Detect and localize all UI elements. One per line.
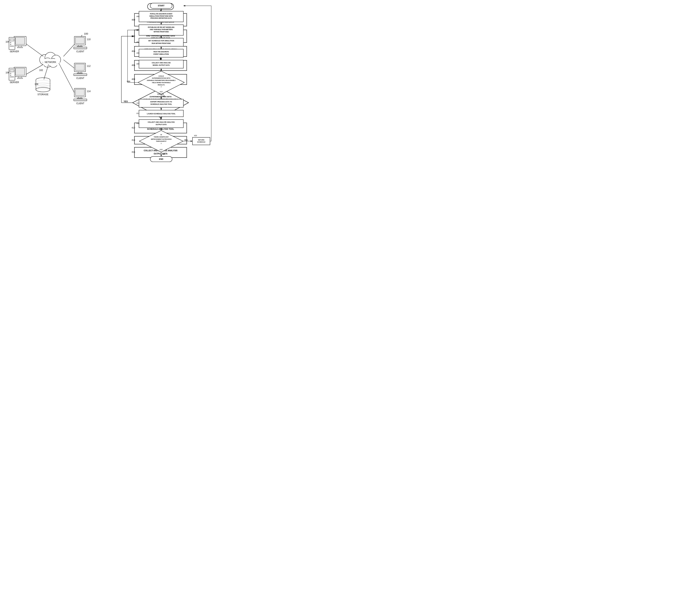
svg-text:START: START <box>158 4 165 7</box>
svg-text:AND VARIABLE PARAMETERS: AND VARIABLE PARAMETERS <box>150 29 173 31</box>
svg-text:SCHEDULE ANALYSIS TOOL: SCHEDULE ANALYSIS TOOL <box>151 103 172 105</box>
svg-point-25 <box>36 87 50 92</box>
svg-text:412: 412 <box>137 102 139 104</box>
svg-text:WITHIN FRONT-END: WITHIN FRONT-END <box>154 31 169 33</box>
svg-text:YIELD MORE FAVORABLE: YIELD MORE FAVORABLE <box>152 82 170 83</box>
svg-text:PROCESS DEFINITION DATA: PROCESS DEFINITION DATA <box>151 17 172 19</box>
svg-text:?: ? <box>161 143 162 144</box>
svg-text:?: ? <box>161 86 162 88</box>
svg-point-19 <box>10 75 11 76</box>
svg-rect-5 <box>19 46 21 47</box>
svg-text:COLLECT AND ANALYZE: COLLECT AND ANALYZE <box>152 62 171 64</box>
svg-text:RUN WITHIN FRONT-END: RUN WITHIN FRONT-END <box>152 42 171 44</box>
svg-line-56 <box>64 44 74 56</box>
network-label: NETWORK <box>45 61 56 64</box>
svg-line-58 <box>59 63 74 92</box>
svg-rect-49 <box>75 89 84 95</box>
svg-point-10 <box>10 44 11 45</box>
flowchart: START POPULATE DISCRETE EVENT SIMULATION… <box>107 2 222 166</box>
ref-114: 114 <box>87 90 90 92</box>
svg-rect-14 <box>19 77 21 78</box>
svg-rect-39 <box>77 46 82 47</box>
svg-rect-20 <box>10 77 14 77</box>
svg-text:VARIABLE PARAMETERS REASONABLY: VARIABLE PARAMETERS REASONABLY <box>147 80 176 81</box>
svg-text:EXPORT PROCESS DATA TO: EXPORT PROCESS DATA TO <box>150 101 172 103</box>
svg-rect-38 <box>78 45 81 46</box>
svg-rect-47 <box>74 74 86 75</box>
svg-text:IS: IS <box>160 134 162 135</box>
svg-text:COLLECT AND ANALYZE ANALYSIS: COLLECT AND ANALYZE ANALYSIS <box>148 121 175 123</box>
svg-rect-4 <box>15 37 25 44</box>
ref-108: 108 <box>35 83 38 85</box>
svg-text:IMPROVEMENT IN PROCESS: IMPROVEMENT IN PROCESS <box>151 139 171 140</box>
network-svg: 100 SERVER 104 <box>4 15 105 146</box>
svg-text:NO: NO <box>162 95 165 97</box>
svg-rect-6 <box>17 47 23 48</box>
svg-text:EVENT SIMULATION: EVENT SIMULATION <box>153 53 169 55</box>
network-diagram: 100 SERVER 104 <box>4 15 105 146</box>
svg-rect-43 <box>75 64 84 70</box>
server-label-2: SERVER <box>10 81 19 84</box>
client-label-3: CLIENT <box>76 102 84 105</box>
svg-rect-8 <box>10 39 14 41</box>
svg-rect-13 <box>15 68 25 75</box>
svg-rect-50 <box>78 97 81 98</box>
ref-102: 102 <box>39 69 43 72</box>
svg-text:100: 100 <box>84 32 88 35</box>
client-label-2: CLIENT <box>76 77 84 80</box>
svg-rect-44 <box>78 72 81 73</box>
svg-text:416: 416 <box>137 122 139 124</box>
svg-text:RUN THE DISCRETE: RUN THE DISCRETE <box>153 51 169 53</box>
svg-text:400: 400 <box>137 15 139 17</box>
svg-text:404: 404 <box>137 41 139 43</box>
svg-text:RESULTS: RESULTS <box>158 84 165 86</box>
svg-text:YES: YES <box>184 139 188 141</box>
svg-text:406: 406 <box>137 52 139 54</box>
page: 100 SERVER 104 <box>0 0 224 168</box>
svg-text:YES: YES <box>127 80 130 82</box>
svg-text:SCHEDULE: SCHEDULE <box>197 141 205 143</box>
svg-line-57 <box>64 60 74 68</box>
svg-text:ESTABLISH OR RE-SET MODELING: ESTABLISH OR RE-SET MODELING <box>148 26 174 28</box>
svg-text:THERE SIGNIFICANT: THERE SIGNIFICANT <box>154 136 168 138</box>
ref-104: 104 <box>6 41 9 43</box>
svg-rect-17 <box>10 70 14 72</box>
svg-rect-11 <box>10 46 14 46</box>
svg-text:408: 408 <box>137 63 139 65</box>
ref-112: 112 <box>87 65 90 68</box>
svg-point-9 <box>10 42 11 43</box>
svg-rect-45 <box>77 73 82 73</box>
svg-text:420: 420 <box>194 134 197 136</box>
svg-text:SET SCHEDULE FOR SIMULATION: SET SCHEDULE FOR SIMULATION <box>148 40 174 42</box>
svg-text:EXPERIMENTATION WITH: EXPERIMENTATION WITH <box>152 77 170 79</box>
svg-text:RETURN: RETURN <box>198 139 204 141</box>
svg-line-54 <box>26 44 43 56</box>
svg-text:POPULATE DISCRETE EVENT: POPULATE DISCRETE EVENT <box>150 13 172 15</box>
svg-point-18 <box>10 73 11 74</box>
svg-text:MODEL OUTPUT DATA: MODEL OUTPUT DATA <box>153 64 170 66</box>
server-label-1: SERVER <box>10 50 19 53</box>
svg-text:LAUNCH SCHEDULE ANALYSIS TOOL: LAUNCH SCHEDULE ANALYSIS TOOL <box>147 113 176 115</box>
svg-rect-53 <box>74 100 86 101</box>
svg-rect-37 <box>75 37 84 44</box>
svg-text:COULD: COULD <box>158 75 164 77</box>
svg-rect-41 <box>74 48 86 48</box>
svg-rect-51 <box>77 98 82 98</box>
client-label-1: CLIENT <box>76 50 84 53</box>
svg-text:410: 410 <box>160 91 163 92</box>
svg-text:414: 414 <box>137 112 139 114</box>
svg-text:THROUGHPUT: THROUGHPUT <box>156 141 166 142</box>
svg-text:SIMULATION FRONT-END WITH: SIMULATION FRONT-END WITH <box>149 15 173 17</box>
svg-rect-15 <box>17 78 23 79</box>
ref-110: 110 <box>87 38 90 41</box>
svg-text:OUTPUT DATA: OUTPUT DATA <box>156 124 167 125</box>
storage-label: STORAGE <box>38 93 48 96</box>
svg-text:END: END <box>159 158 163 160</box>
svg-text:418: 418 <box>160 149 162 151</box>
ref-106: 106 <box>6 71 9 74</box>
svg-text:NO: NO <box>162 153 165 155</box>
flowchart-svg-bottom: START POPULATE DISCRETE EVENT SIMULATION… <box>107 2 222 166</box>
